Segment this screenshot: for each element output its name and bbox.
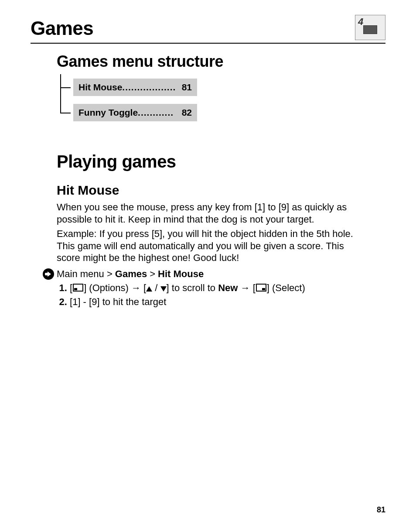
chapter-number: 4: [358, 16, 363, 27]
page-number: 81: [377, 505, 385, 515]
step1-toscroll: to scroll to: [172, 282, 215, 293]
nav-sep: >: [150, 268, 155, 280]
menu-item-page: 81: [182, 82, 192, 93]
menu-item-label: Funny Toggle: [78, 107, 138, 118]
game-name-heading: Hit Mouse: [57, 183, 368, 198]
navigation-path: Main menu > Games > Hit Mouse: [43, 268, 368, 280]
game-description-1: When you see the mouse, press any key fr…: [57, 201, 368, 225]
menu-item-page: 82: [182, 107, 192, 118]
nav-mid: Games: [115, 268, 147, 280]
menu-box: Hit Mouse .................. 81: [73, 79, 197, 96]
leader-dots: ............: [138, 107, 182, 118]
step-2: [1] - [9] to hit the target: [70, 296, 368, 308]
tree-item-funny-toggle: Funny Toggle ............ 82: [58, 104, 368, 121]
menu-structure-heading: Games menu structure: [57, 52, 368, 71]
step1-select: (Select): [272, 282, 305, 293]
menu-box: Funny Toggle ............ 82: [73, 104, 197, 121]
right-softkey-icon: [256, 284, 266, 292]
page-content: Games menu structure Hit Mouse .........…: [31, 52, 385, 308]
nav-end: Hit Mouse: [158, 268, 204, 280]
menu-tree: Hit Mouse .................. 81 Funny To…: [58, 79, 368, 121]
leader-dots: ..................: [122, 82, 181, 93]
step-1: [] (Options) → [ / ] to scroll to New → …: [70, 282, 368, 294]
steps-list: [] (Options) → [ / ] to scroll to New → …: [57, 282, 368, 308]
page-title: Games: [31, 17, 93, 39]
down-arrow-icon: [160, 286, 167, 292]
step1-new: New: [218, 282, 238, 293]
left-softkey-icon: [73, 284, 83, 292]
tree-item-hit-mouse: Hit Mouse .................. 81: [58, 79, 368, 96]
menu-item-label: Hit Mouse: [78, 82, 122, 93]
up-arrow-icon: [146, 286, 152, 292]
step1-options: (Options): [89, 282, 128, 293]
cards-icon: [363, 25, 377, 34]
game-description-2: Example: If you press [5], you will hit …: [57, 228, 368, 264]
goto-arrow-icon: [43, 268, 54, 280]
playing-games-heading: Playing games: [57, 152, 368, 172]
chapter-icon: 4: [355, 15, 385, 40]
nav-prefix: Main menu >: [57, 268, 113, 280]
page-header: Games 4: [31, 17, 385, 44]
